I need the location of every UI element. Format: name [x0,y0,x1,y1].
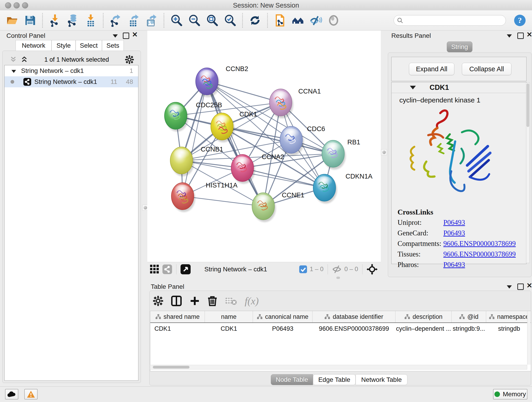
help-icon[interactable]: ? [513,13,527,27]
table-row[interactable]: CDK1CDK1P064939606.ENSP00000378699cyclin… [150,323,531,334]
table-vertical-scrollbar[interactable] [527,311,531,365]
crosslink-link[interactable]: P06493 [443,218,465,227]
control-panel-menu-icon[interactable] [113,34,118,38]
birds-eye-view-icon[interactable] [150,264,160,274]
gene-collapse-icon[interactable] [410,86,416,89]
first-neighbors-icon[interactable] [291,13,305,27]
add-column-icon[interactable] [190,296,200,306]
delete-icon[interactable] [208,295,217,306]
memory-button[interactable]: Memory [493,389,527,400]
zoom-fit-icon[interactable] [205,13,219,27]
gear-icon[interactable] [153,296,163,306]
results-panel-menu-icon[interactable] [507,34,512,38]
search-input[interactable] [405,17,502,24]
results-scrollbar-thumb[interactable] [526,83,529,127]
crosslink-link[interactable]: P06493 [443,261,465,269]
right-splitter-handle[interactable] [381,149,387,155]
detach-view-icon[interactable] [181,264,191,274]
node-CCNA2[interactable]: CCNA2 [231,153,284,184]
table-cell[interactable]: CDK1 [150,323,205,334]
import-table-icon[interactable] [84,13,98,27]
hide-selected-icon[interactable] [309,13,323,27]
crosslink-link[interactable]: P06493 [443,229,465,237]
node-CCNE1[interactable]: CCNE1 [252,191,304,222]
cloud-button[interactable] [5,389,18,400]
column-header-database-identifier[interactable]: database identifier [312,311,395,322]
column-header-@id[interactable]: @id [452,311,486,322]
table-horizontal-scrollbar-thumb[interactable] [153,366,190,369]
zoom-in-icon[interactable] [169,13,184,27]
node-CCNB2[interactable]: CCNB2 [196,65,248,97]
selected-checkbox-icon[interactable] [299,265,307,273]
collection-expander-icon[interactable] [12,67,16,75]
node-CCNA1[interactable]: CCNA1 [269,88,321,118]
control-panel-close-icon[interactable]: ✕ [132,32,138,38]
network-row[interactable]: String Network – cdk1 11 48 [5,76,138,87]
edge-CCNB2-HIST1H1A[interactable] [183,81,207,196]
node-CDC6[interactable]: CDC6 [280,125,325,156]
collapse-all-networks-icon[interactable] [9,56,17,63]
fit-content-crosshair-icon[interactable] [367,264,378,275]
network-canvas[interactable]: CCNB2CCNA1CDC25BCDK1CDC6RB1CCNB1CCNA2CDK… [147,31,381,262]
hidden-eye-icon[interactable] [332,265,342,274]
function-builder-icon[interactable]: f(x) [245,295,259,307]
node-label-CCNA1: CCNA1 [298,88,321,95]
zoom-out-icon[interactable] [187,13,201,27]
new-network-from-selection-icon[interactable] [273,13,287,27]
global-search[interactable] [394,15,506,26]
delete-table-icon[interactable] [225,297,237,305]
table-cell[interactable]: 9606.ENSP00000378699 [312,323,395,334]
tab-select[interactable]: Select [76,40,102,51]
tab-network[interactable]: Network [16,40,51,51]
gene-section-header[interactable]: CDK1 [392,82,526,93]
node-label-CCNB2: CCNB2 [226,65,248,72]
tab-sets[interactable]: Sets [102,40,124,51]
results-panel-float-icon[interactable] [517,32,524,39]
network-share-icon[interactable] [162,264,172,274]
import-network-database-icon[interactable] [66,13,80,27]
results-panel-close-icon[interactable]: ✕ [526,32,532,38]
collapse-all-button[interactable]: Collapse All [462,63,511,75]
bottom-splitter-handle[interactable] [336,277,340,279]
expand-all-networks-icon[interactable] [20,56,28,63]
table-panel-close-icon[interactable]: ✕ [526,283,532,288]
save-icon[interactable] [23,13,37,27]
table-cell[interactable]: cyclin–dependent ... [395,323,452,334]
export-table-icon[interactable] [127,13,141,27]
tab-string[interactable]: String [447,41,472,52]
control-panel-float-icon[interactable] [123,32,129,39]
tab-style[interactable]: Style [51,40,76,51]
import-network-file-icon[interactable] [48,13,62,27]
table-horizontal-scrollbar[interactable] [150,365,527,370]
tab-node-table[interactable]: Node Table [271,374,313,385]
table-cell[interactable]: CDK1 [205,323,253,334]
column-header-description[interactable]: description [395,311,452,322]
table-cell[interactable]: stringdb:9... [452,323,486,334]
export-network-icon[interactable] [109,13,123,27]
column-header-canonical-name[interactable]: canonical name [253,311,312,322]
crosslink-link[interactable]: 9606.ENSP00000378699 [443,250,516,258]
tab-edge-table[interactable]: Edge Table [313,374,355,385]
node-RB1[interactable]: RB1 [322,138,360,170]
column-header-namespace[interactable]: namespace [486,311,531,322]
node-CDK1[interactable]: CDK1 [211,110,257,142]
node-CDKN1A[interactable]: CDKN1A [313,172,373,204]
table-cell[interactable]: P06493 [253,323,312,334]
split-columns-icon[interactable] [171,295,182,306]
column-header-shared-name[interactable]: shared name [150,311,205,322]
table-cell[interactable]: stringdb [486,323,531,334]
crosslink-link[interactable]: 9606.ENSP00000378699 [443,240,516,248]
export-image-icon[interactable] [144,13,158,27]
refresh-icon[interactable] [248,13,262,27]
warning-button[interactable] [24,389,38,400]
table-panel-float-icon[interactable] [517,283,524,290]
gear-icon[interactable] [125,55,134,64]
open-folder-icon[interactable] [5,13,19,27]
network-collection-row[interactable]: String Network – cdk1 1 [5,65,138,76]
expand-all-button[interactable]: Expand All [409,63,454,75]
column-header-name[interactable]: name [205,311,253,322]
zoom-selected-icon[interactable] [223,13,237,27]
table-panel-menu-icon[interactable] [507,285,512,288]
show-all-icon[interactable] [326,13,341,27]
tab-network-table[interactable]: Network Table [355,374,407,385]
